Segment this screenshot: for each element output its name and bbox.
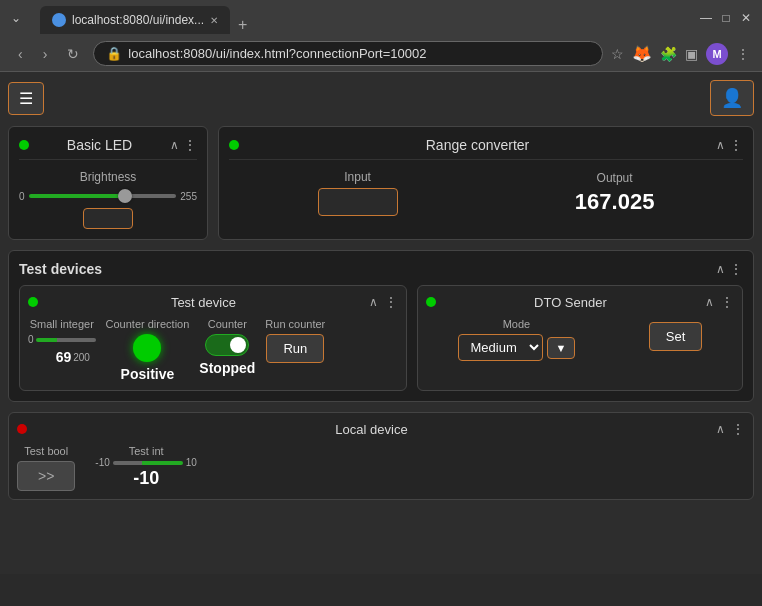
sidebar-icon[interactable]: ▣ bbox=[685, 46, 698, 62]
maximize-button[interactable]: □ bbox=[718, 10, 734, 26]
local-controls: Test bool >> Test int -10 10 -10 bbox=[17, 445, 745, 491]
basic-led-collapse-button[interactable]: ∧ bbox=[170, 138, 179, 152]
menu-icon[interactable]: ⋮ bbox=[736, 46, 750, 62]
range-output-field: Output 167.025 bbox=[575, 171, 655, 215]
range-converter-more-button[interactable]: ⋮ bbox=[729, 137, 743, 153]
test-device-status-dot bbox=[28, 297, 38, 307]
test-int-value: -10 bbox=[133, 468, 159, 489]
minimize-button[interactable]: — bbox=[698, 10, 714, 26]
basic-led-card: Basic LED ∧ ⋮ Brightness 0 255 167 bbox=[8, 126, 208, 240]
test-int-slider[interactable] bbox=[113, 461, 183, 465]
test-bool-group: Test bool >> bbox=[17, 445, 75, 491]
small-integer-label: Small integer bbox=[30, 318, 94, 330]
dto-sender-more-button[interactable]: ⋮ bbox=[720, 294, 734, 310]
mode-select-row: Medium ▼ bbox=[458, 334, 576, 361]
brightness-min: 0 bbox=[19, 191, 25, 202]
range-converter-collapse-button[interactable]: ∧ bbox=[716, 138, 725, 152]
basic-led-more-button[interactable]: ⋮ bbox=[183, 137, 197, 153]
back-button[interactable]: ‹ bbox=[12, 44, 29, 64]
local-device-header: Local device ∧ ⋮ bbox=[17, 421, 745, 437]
mode-select[interactable]: Medium bbox=[458, 334, 543, 361]
range-input-field: Input 69 bbox=[318, 170, 398, 216]
forward-button[interactable]: › bbox=[37, 44, 54, 64]
mode-dropdown-button[interactable]: ▼ bbox=[547, 337, 576, 359]
small-int-max: 200 bbox=[73, 352, 90, 363]
star-icon[interactable]: ☆ bbox=[611, 46, 624, 62]
range-output-value: 167.025 bbox=[575, 189, 655, 215]
dto-sender-card: DTO Sender ∧ ⋮ Mode Medium ▼ bbox=[417, 285, 743, 391]
brightness-max: 255 bbox=[180, 191, 197, 202]
profile-icon[interactable]: M bbox=[706, 43, 728, 65]
dto-set-group: Set bbox=[649, 318, 703, 351]
top-cards-row: Basic LED ∧ ⋮ Brightness 0 255 167 bbox=[8, 126, 754, 240]
small-integer-value: 69 bbox=[56, 349, 72, 365]
counter-state: Stopped bbox=[199, 360, 255, 376]
title-bar: ⌄ localhost:8080/ui/index... ✕ + — □ ✕ bbox=[0, 0, 762, 36]
range-converter-actions: ∧ ⋮ bbox=[716, 137, 743, 153]
run-counter-group: Run counter Run bbox=[265, 318, 325, 363]
toggle-knob bbox=[230, 337, 246, 353]
firefox-icon: 🦊 bbox=[632, 44, 652, 63]
brightness-slider-row: 0 255 bbox=[19, 188, 197, 204]
small-integer-slider[interactable] bbox=[36, 338, 96, 342]
counter-toggle-group: Counter Stopped bbox=[199, 318, 255, 376]
new-tab-button[interactable]: + bbox=[230, 16, 255, 34]
hamburger-button[interactable]: ☰ bbox=[8, 82, 44, 115]
test-bool-label: Test bool bbox=[24, 445, 68, 457]
local-device-title: Local device bbox=[33, 422, 710, 437]
run-button[interactable]: Run bbox=[266, 334, 324, 363]
basic-led-status-dot bbox=[19, 140, 29, 150]
app-content: ☰ 👤 Basic LED ∧ ⋮ Brightness 0 bbox=[0, 72, 762, 574]
counter-direction-group: Counter direction Positive bbox=[106, 318, 190, 382]
test-bool-button[interactable]: >> bbox=[17, 461, 75, 491]
local-device-more-button[interactable]: ⋮ bbox=[731, 421, 745, 437]
brightness-slider[interactable] bbox=[29, 188, 177, 204]
counter-toggle[interactable] bbox=[205, 334, 249, 356]
test-devices-title: Test devices bbox=[19, 261, 102, 277]
tab-close-button[interactable]: ✕ bbox=[210, 15, 218, 26]
dto-sender-title: DTO Sender bbox=[442, 295, 699, 310]
chevron-down-icon[interactable]: ⌄ bbox=[8, 10, 24, 26]
window-controls: ⌄ bbox=[8, 10, 24, 26]
counter-direction-label: Counter direction bbox=[106, 318, 190, 330]
range-converter-status-dot bbox=[229, 140, 239, 150]
user-icon: 👤 bbox=[721, 88, 743, 108]
app-toolbar: ☰ 👤 bbox=[8, 80, 754, 116]
device-controls: Small integer 0 69 200 Counter bbox=[28, 318, 398, 382]
dto-mode-group: Mode Medium ▼ bbox=[458, 318, 576, 361]
small-int-min: 0 bbox=[28, 334, 34, 345]
test-device-card: Test device ∧ ⋮ Small integer 0 bbox=[19, 285, 407, 391]
dto-sender-collapse-button[interactable]: ∧ bbox=[705, 295, 714, 309]
slider-thumb bbox=[118, 189, 132, 203]
test-device-title: Test device bbox=[44, 295, 363, 310]
test-device-collapse-button[interactable]: ∧ bbox=[369, 295, 378, 309]
user-button[interactable]: 👤 bbox=[710, 80, 754, 116]
test-devices-collapse-button[interactable]: ∧ bbox=[716, 262, 725, 276]
test-devices-actions: ∧ ⋮ bbox=[716, 261, 743, 277]
test-device-more-button[interactable]: ⋮ bbox=[384, 294, 398, 310]
range-converter-card: Range converter ∧ ⋮ Input 69 Output 167.… bbox=[218, 126, 754, 240]
test-int-group: Test int -10 10 -10 bbox=[95, 445, 197, 489]
title-bar-controls: — □ ✕ bbox=[698, 10, 754, 26]
url-box[interactable]: 🔒 localhost:8080/ui/index.html?connectio… bbox=[93, 41, 603, 66]
devices-row: Test device ∧ ⋮ Small integer 0 bbox=[19, 285, 743, 391]
reload-button[interactable]: ↻ bbox=[61, 44, 85, 64]
brightness-input[interactable]: 167 bbox=[83, 208, 133, 229]
dto-mode-label: Mode bbox=[503, 318, 531, 330]
range-input[interactable]: 69 bbox=[318, 188, 398, 216]
brightness-label: Brightness bbox=[19, 170, 197, 184]
local-device-card: Local device ∧ ⋮ Test bool >> Test int -… bbox=[8, 412, 754, 500]
range-converter-body: Input 69 Output 167.025 bbox=[229, 170, 743, 216]
test-int-min: -10 bbox=[95, 457, 109, 468]
test-device-header: Test device ∧ ⋮ bbox=[28, 294, 398, 310]
set-button[interactable]: Set bbox=[649, 322, 703, 351]
counter-direction-indicator bbox=[133, 334, 161, 362]
small-integer-group: Small integer 0 69 200 bbox=[28, 318, 96, 365]
tab-favicon bbox=[52, 13, 66, 27]
extensions-icon[interactable]: 🧩 bbox=[660, 46, 677, 62]
test-devices-more-button[interactable]: ⋮ bbox=[729, 261, 743, 277]
local-device-collapse-button[interactable]: ∧ bbox=[716, 422, 725, 436]
address-bar: ‹ › ↻ 🔒 localhost:8080/ui/index.html?con… bbox=[0, 36, 762, 72]
active-tab[interactable]: localhost:8080/ui/index... ✕ bbox=[40, 6, 230, 34]
close-button[interactable]: ✕ bbox=[738, 10, 754, 26]
